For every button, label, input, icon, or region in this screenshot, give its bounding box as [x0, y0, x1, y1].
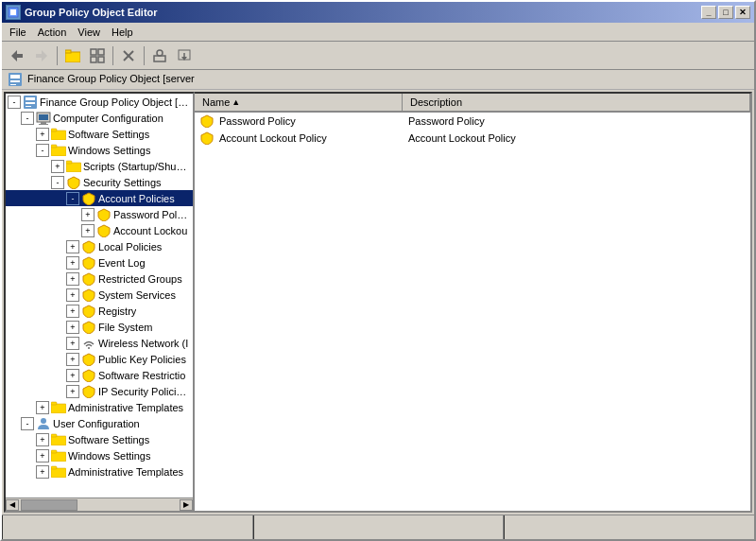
- svg-rect-8: [91, 57, 96, 62]
- expander-windows-settings[interactable]: -: [36, 144, 49, 157]
- tree-item-file-system[interactable]: + File System: [6, 319, 193, 335]
- expander-system-services[interactable]: +: [66, 288, 79, 302]
- tree-item-sw-restriction[interactable]: + Software Restrictio: [6, 367, 193, 383]
- content-row-lockout[interactable]: Account Lockout Policy Account Lockout P…: [195, 130, 750, 147]
- forward-button[interactable]: [30, 44, 53, 67]
- tree-item-admin-templates[interactable]: + Administrative Templates: [6, 399, 193, 415]
- folder-windows-icon: [51, 143, 66, 158]
- expander-user-sw-settings[interactable]: +: [36, 433, 49, 446]
- folder-button[interactable]: [61, 44, 84, 67]
- col-header-name[interactable]: Name ▲: [195, 94, 403, 111]
- expander-restricted-groups[interactable]: +: [66, 272, 79, 286]
- tree-hscroll[interactable]: ◀ ▶: [6, 497, 193, 511]
- tree-item-user-config[interactable]: - User Configuration: [6, 415, 193, 431]
- menu-help[interactable]: Help: [106, 25, 139, 40]
- folder-software-icon: [51, 127, 66, 142]
- maximize-button[interactable]: □: [718, 6, 733, 19]
- menu-file[interactable]: File: [4, 25, 32, 40]
- policy-account-icon: [81, 191, 96, 206]
- minimize-button[interactable]: _: [701, 6, 716, 19]
- delete-button[interactable]: [117, 44, 140, 67]
- back-button[interactable]: [6, 44, 28, 67]
- tree-item-local-policies[interactable]: + Local Policies: [6, 238, 193, 254]
- title-bar: Group Policy Object Editor _ □ ✕: [2, 2, 754, 23]
- tree-item-ip-security[interactable]: + IP Security Policies o: [6, 383, 193, 399]
- tree-item-user-admin-templates[interactable]: + Administrative Templates: [6, 463, 193, 480]
- expander-scripts[interactable]: +: [51, 160, 64, 173]
- expander-public-key[interactable]: +: [66, 353, 79, 366]
- content-row-password[interactable]: Password Policy Password Policy: [195, 113, 750, 130]
- expander-local-policies[interactable]: +: [66, 240, 79, 253]
- expander-software-settings[interactable]: +: [36, 128, 49, 141]
- svg-rect-5: [65, 50, 71, 53]
- tree-label-computer-config: Computer Configuration: [53, 113, 163, 124]
- svg-rect-6: [91, 49, 96, 55]
- tree-item-password-policy[interactable]: + Password Policy: [6, 206, 193, 222]
- window-controls: _ □ ✕: [701, 6, 750, 19]
- status-pane-2: [253, 515, 505, 539]
- expander-ip-security[interactable]: +: [66, 385, 79, 398]
- computer-icon: [36, 111, 51, 126]
- expander-wireless[interactable]: +: [66, 337, 79, 350]
- expander-admin-templates[interactable]: +: [36, 401, 49, 414]
- tree-item-user-win-settings[interactable]: + Windows Settings: [6, 447, 193, 463]
- expander-user-config[interactable]: -: [21, 417, 34, 430]
- menu-view[interactable]: View: [72, 25, 106, 40]
- tree-item-user-sw-settings[interactable]: + Software Settings: [6, 431, 193, 447]
- expander-security-settings[interactable]: -: [51, 176, 64, 189]
- window: Group Policy Object Editor _ □ ✕ File Ac…: [0, 0, 756, 541]
- tree-item-scripts[interactable]: + Scripts (Startup/Shutdo: [6, 158, 193, 174]
- tree-item-public-key[interactable]: + Public Key Policies: [6, 351, 193, 367]
- svg-rect-31: [51, 147, 66, 156]
- view-button[interactable]: [86, 44, 109, 67]
- tree-item-account-policies[interactable]: - Account Policies: [6, 190, 193, 206]
- status-bar: [2, 515, 754, 539]
- expander-user-win-settings[interactable]: +: [36, 449, 49, 462]
- close-button[interactable]: ✕: [735, 6, 750, 19]
- tree-item-windows-settings[interactable]: - Windows Settings: [6, 142, 193, 158]
- policy-filesystem-icon: [81, 320, 96, 335]
- row-desc-password: Password Policy: [408, 115, 750, 127]
- tree-label-admin-templates: Administrative Templates: [68, 402, 183, 413]
- tree-item-software-settings[interactable]: + Software Settings: [6, 126, 193, 142]
- tree-label-event-log: Event Log: [98, 257, 146, 269]
- tree-item-security-settings[interactable]: - Security Settings: [6, 174, 193, 190]
- hscroll-thumb[interactable]: [21, 499, 77, 511]
- tree-view: - Finance Group Policy Object [server -: [6, 94, 195, 497]
- tree-item-registry[interactable]: + Registry: [6, 303, 193, 319]
- row-name-lockout: Account Lockout Policy: [219, 132, 408, 144]
- expander-registry[interactable]: +: [66, 305, 79, 318]
- tree-item-account-lockout[interactable]: + Account Lockou: [6, 222, 193, 238]
- tree-item-system-services[interactable]: + System Services: [6, 287, 193, 303]
- policy-swrestrict-icon: [81, 368, 96, 383]
- properties-button[interactable]: [148, 44, 171, 67]
- tree-item-wireless[interactable]: + Wireless Network (I: [6, 335, 193, 351]
- expander-account-policies[interactable]: -: [66, 192, 79, 205]
- export-button[interactable]: [173, 44, 196, 67]
- tree-item-event-log[interactable]: + Event Log: [6, 254, 193, 270]
- tree-label-user-admin-templates: Administrative Templates: [68, 466, 183, 478]
- expander-root[interactable]: -: [8, 96, 21, 109]
- expander-file-system[interactable]: +: [66, 321, 79, 334]
- tree-item-root[interactable]: - Finance Group Policy Object [server: [6, 94, 193, 110]
- svg-rect-44: [51, 466, 57, 469]
- expander-sw-restriction[interactable]: +: [66, 369, 79, 382]
- svg-rect-42: [51, 450, 57, 453]
- policy-ipsec-icon: [81, 384, 96, 399]
- hscroll-right[interactable]: ▶: [180, 499, 193, 511]
- hscroll-left[interactable]: ◀: [6, 499, 19, 511]
- expander-computer-config[interactable]: -: [21, 112, 34, 125]
- tree-item-computer-config[interactable]: - Computer Configuration: [6, 110, 193, 126]
- col-header-description[interactable]: Description: [403, 94, 750, 111]
- expander-account-lockout[interactable]: +: [81, 224, 94, 237]
- svg-rect-4: [65, 52, 80, 62]
- svg-rect-7: [98, 49, 104, 55]
- folder-admin-icon: [51, 400, 66, 415]
- toolbar: [2, 42, 754, 70]
- tree-item-restricted-groups[interactable]: + Restricted Groups: [6, 270, 193, 287]
- expander-password-policy[interactable]: +: [81, 208, 94, 221]
- expander-event-log[interactable]: +: [66, 256, 79, 270]
- menu-action[interactable]: Action: [32, 25, 73, 40]
- policy-restricted-icon: [81, 271, 96, 287]
- expander-user-admin-templates[interactable]: +: [36, 465, 49, 479]
